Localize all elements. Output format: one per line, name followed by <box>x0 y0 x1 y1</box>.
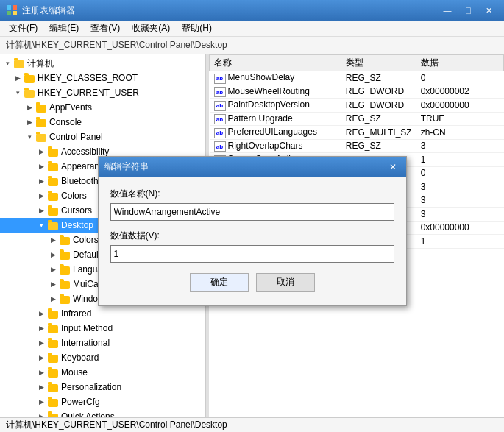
folder-icon-hkcr <box>24 73 35 83</box>
expander-computer[interactable]: ▾ <box>1 57 13 69</box>
folder-icon-keyboard <box>47 353 59 363</box>
tree-label-bluetooth: Bluetooth <box>61 176 99 186</box>
expander-mouse[interactable]: ▶ <box>35 367 47 378</box>
dialog-cancel-button[interactable]: 取消 <box>256 273 315 292</box>
tree-label-desktop-colors: Colors <box>73 235 99 245</box>
folder-icon-inputmethod <box>47 323 59 333</box>
dialog-name-input[interactable] <box>110 203 394 221</box>
tree-item-controlpanel[interactable]: ▾ Control Panel <box>0 130 205 144</box>
svg-rect-0 <box>7 5 11 10</box>
menu-favorites[interactable]: 收藏夹(A) <box>126 21 176 36</box>
edit-string-dialog: 编辑字符串 ✕ 数值名称(N): 数值数据(V): 确定 取消 <box>98 156 407 306</box>
app-icon <box>6 4 18 16</box>
table-row[interactable]: abPaintDesktopVersionREG_DWORD0x00000000 <box>210 99 504 113</box>
reg-name-cell: abMenuShowDelay <box>210 71 341 85</box>
expander-appevents[interactable]: ▶ <box>24 102 35 113</box>
folder-icon-controlpanel <box>35 132 47 142</box>
expander-controlpanel[interactable]: ▾ <box>24 131 35 143</box>
table-row[interactable]: abPreferredUILanguagesREG_MULTI_SZzh-CN <box>210 126 504 140</box>
tree-label-inputmethod: Input Method <box>61 323 113 333</box>
expander-quickactions[interactable]: ▶ <box>35 411 47 417</box>
expander-inputmethod[interactable]: ▶ <box>35 322 47 334</box>
tree-label-computer: 计算机 <box>27 57 54 70</box>
folder-icon-computer <box>13 58 25 68</box>
table-row[interactable]: abMenuShowDelayREG_SZ0 <box>210 71 504 85</box>
tree-item-inputmethod[interactable]: ▶ Input Method <box>0 321 205 336</box>
folder-icon-hkcu <box>24 88 35 98</box>
expander-desktop-default[interactable]: ▶ <box>47 249 59 261</box>
tree-item-quickactions[interactable]: ▶ Quick Actions <box>0 409 205 417</box>
tree-label-mouse: Mouse <box>61 367 88 378</box>
folder-icon-desktop <box>47 220 59 230</box>
expander-desktop-mui[interactable]: ▶ <box>47 278 59 290</box>
expander-desktop-lang[interactable]: ▶ <box>47 263 59 275</box>
expander-infrared[interactable]: ▶ <box>35 308 47 319</box>
tree-label-hkcr: HKEY_CLASSES_ROOT <box>38 73 138 83</box>
reg-type-cell: REG_SZ <box>341 139 416 153</box>
reg-type-cell: REG_SZ <box>341 71 416 85</box>
tree-label-appevents: AppEvents <box>49 102 92 113</box>
folder-icon-desktop-lang <box>59 264 71 275</box>
tree-label-powercfg: PowerCfg <box>61 397 100 407</box>
col-header-type: 类型 <box>341 55 416 71</box>
reg-data-cell: 3 <box>416 139 504 153</box>
tree-item-keyboard[interactable]: ▶ Keyboard <box>0 350 205 365</box>
folder-icon-personalization <box>47 382 59 392</box>
expander-hkcu[interactable]: ▾ <box>12 87 24 99</box>
folder-icon-international <box>47 338 59 348</box>
expander-colors[interactable]: ▶ <box>35 190 47 202</box>
reg-data-cell: 1 <box>416 153 504 167</box>
folder-icon-mouse <box>47 367 59 378</box>
expander-personalization[interactable]: ▶ <box>35 381 47 393</box>
folder-icon-infrared <box>47 308 59 319</box>
tree-item-powercfg[interactable]: ▶ PowerCfg <box>0 394 205 409</box>
tree-label-quickactions: Quick Actions <box>61 411 115 417</box>
tree-item-international[interactable]: ▶ International <box>0 336 205 350</box>
reg-data-cell: 1 <box>416 235 504 249</box>
folder-icon-desktop-colors <box>59 235 71 245</box>
expander-desktop-window[interactable]: ▶ <box>47 293 59 305</box>
expander-bluetooth[interactable]: ▶ <box>35 175 47 187</box>
folder-icon-bluetooth <box>47 176 59 186</box>
expander-desktop[interactable]: ▾ <box>35 219 47 231</box>
dialog-data-input[interactable] <box>110 245 394 263</box>
dialog-ok-button[interactable]: 确定 <box>190 273 249 292</box>
dialog-close-button[interactable]: ✕ <box>386 160 400 174</box>
tree-item-mouse[interactable]: ▶ Mouse <box>0 365 205 380</box>
expander-keyboard[interactable]: ▶ <box>35 352 47 364</box>
expander-accessibility[interactable]: ▶ <box>35 146 47 157</box>
reg-data-cell: zh-CN <box>416 126 504 140</box>
expander-console[interactable]: ▶ <box>24 116 35 128</box>
maximize-button[interactable]: ⎕ <box>458 3 478 18</box>
menu-view[interactable]: 查看(V) <box>85 21 126 36</box>
col-header-name: 名称 <box>210 55 341 71</box>
menu-file[interactable]: 文件(F) <box>3 21 43 36</box>
reg-data-cell: 0 <box>416 71 504 85</box>
tree-item-personalization[interactable]: ▶ Personalization <box>0 380 205 394</box>
close-button[interactable]: ✕ <box>479 3 498 18</box>
expander-cursors[interactable]: ▶ <box>35 205 47 216</box>
tree-item-hkcr[interactable]: ▶ HKEY_CLASSES_ROOT <box>0 71 205 85</box>
expander-desktop-colors[interactable]: ▶ <box>47 234 59 246</box>
menu-edit[interactable]: 编辑(E) <box>43 21 85 36</box>
table-row[interactable]: abRightOverlapCharsREG_SZ3 <box>210 139 504 153</box>
menu-help[interactable]: 帮助(H) <box>176 21 218 36</box>
tree-item-infrared[interactable]: ▶ Infrared <box>0 306 205 321</box>
tree-item-computer[interactable]: ▾ 计算机 <box>0 56 205 71</box>
expander-powercfg[interactable]: ▶ <box>35 396 47 408</box>
expander-international[interactable]: ▶ <box>35 337 47 349</box>
folder-icon-cursors <box>47 205 59 216</box>
table-row[interactable]: abPattern UpgradeREG_SZTRUE <box>210 112 504 126</box>
tree-item-console[interactable]: ▶ Console <box>0 115 205 130</box>
minimize-button[interactable]: — <box>438 3 457 18</box>
reg-type-cell: REG_DWORD <box>341 85 416 99</box>
tree-item-appevents[interactable]: ▶ AppEvents <box>0 100 205 115</box>
expander-appearance[interactable]: ▶ <box>35 160 47 172</box>
tree-label-hkcu: HKEY_CURRENT_USER <box>38 88 139 98</box>
expander-hkcr[interactable]: ▶ <box>12 72 24 84</box>
dialog-spacer-1 <box>110 221 394 230</box>
col-header-data: 数据 <box>416 55 504 71</box>
tree-item-hkcu[interactable]: ▾ HKEY_CURRENT_USER <box>0 85 205 100</box>
table-row[interactable]: abMouseWheelRoutingREG_DWORD0x00000002 <box>210 85 504 99</box>
folder-icon-quickactions <box>47 411 59 417</box>
